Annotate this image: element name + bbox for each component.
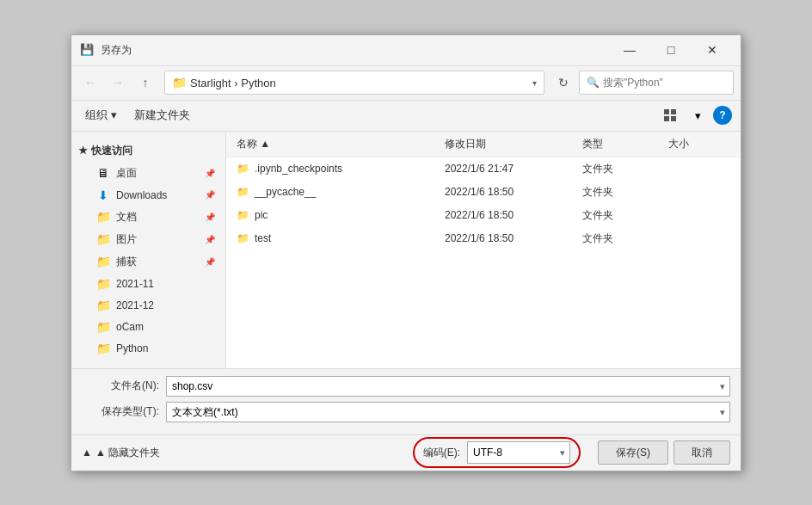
refresh-button[interactable]: ↻: [551, 71, 575, 95]
folder-icon: 📁: [237, 232, 249, 244]
file-type-cell: 文件夹: [579, 160, 665, 178]
nav-bar: ← → ↑ 📁 Starlight › Python ▾ ↻ 🔍: [71, 66, 741, 101]
quick-access-header: ★ 快速访问: [71, 140, 225, 162]
encoding-label: 编码(E):: [423, 446, 460, 460]
file-size-cell: [665, 190, 734, 194]
folder-icon: 📁: [95, 255, 111, 268]
sidebar-item-label: oCam: [116, 321, 215, 333]
sidebar-item-python[interactable]: 📁 Python: [75, 338, 222, 359]
hide-folders-button[interactable]: ▲ ▲ 隐藏文件夹: [82, 446, 160, 460]
sidebar-item-label: 2021-11: [116, 278, 215, 290]
action-bar: ▲ ▲ 隐藏文件夹 编码(E): UTF-8 ANSI UTF-16 LE UT…: [71, 434, 741, 471]
table-row[interactable]: 📁 test 2022/1/6 18:50 文件夹: [226, 227, 741, 250]
quick-access-section: ★ 快速访问 🖥 桌面 📌 ⬇ Downloads 📌 📁 文档 📌: [71, 137, 225, 363]
help-button[interactable]: ?: [713, 106, 732, 125]
filename-row: 文件名(N): shop.csv: [82, 376, 730, 397]
maximize-button[interactable]: □: [651, 37, 691, 63]
quick-access-label: 快速访问: [91, 144, 132, 158]
col-size[interactable]: 大小: [665, 135, 734, 153]
search-input[interactable]: [603, 77, 732, 89]
sidebar-item-documents[interactable]: 📁 文档 📌: [75, 206, 222, 228]
organize-button[interactable]: 组织 ▾: [80, 104, 122, 126]
sidebar-item-2021-12[interactable]: 📁 2021-12: [75, 295, 222, 316]
up-button[interactable]: ↑: [133, 71, 157, 95]
cancel-button[interactable]: 取消: [674, 440, 730, 465]
svg-rect-2: [664, 116, 669, 121]
filetype-wrapper: 文本文档(*.txt): [166, 402, 730, 422]
file-size-cell: [665, 237, 734, 240]
encoding-select[interactable]: UTF-8 ANSI UTF-16 LE UTF-16 BE UTF-8 BOM: [467, 441, 570, 464]
save-dialog: 💾 另存为 — □ ✕ ← → ↑ 📁 Starlight › Python ▾…: [71, 34, 741, 471]
sidebar-item-label: 2021-12: [116, 299, 215, 311]
sidebar-item-label: Python: [116, 342, 215, 354]
col-type[interactable]: 类型: [579, 135, 665, 153]
dialog-title: 另存为: [101, 43, 610, 58]
pin-icon: 📌: [205, 212, 215, 222]
forward-button[interactable]: →: [106, 71, 130, 95]
sidebar-item-label: 桌面: [116, 166, 200, 181]
new-folder-button[interactable]: 新建文件夹: [129, 104, 195, 126]
sidebar-item-label: 图片: [116, 232, 200, 247]
sidebar: ★ 快速访问 🖥 桌面 📌 ⬇ Downloads 📌 📁 文档 📌: [71, 132, 226, 368]
file-name: pic: [255, 209, 268, 221]
sidebar-item-downloads[interactable]: ⬇ Downloads 📌: [75, 185, 222, 206]
folder-icon: 📁: [95, 277, 111, 291]
form-section: 文件名(N): shop.csv 保存类型(T): 文本文档(*.txt): [71, 368, 741, 434]
view-toggle-button[interactable]: [658, 104, 682, 126]
main-content: ★ 快速访问 🖥 桌面 📌 ⬇ Downloads 📌 📁 文档 📌: [71, 132, 741, 368]
close-button[interactable]: ✕: [692, 37, 732, 63]
sidebar-item-pictures[interactable]: 📁 图片 📌: [75, 229, 222, 250]
pin-icon: 📌: [205, 169, 215, 178]
table-row[interactable]: 📁 __pycache__ 2022/1/6 18:50 文件夹: [226, 181, 741, 204]
filetype-select[interactable]: 文本文档(*.txt): [166, 402, 730, 422]
folder-icon: 📁: [95, 232, 111, 246]
folder-icon: 📁: [95, 342, 111, 355]
svg-rect-1: [671, 109, 676, 114]
save-button[interactable]: 保存(S): [598, 440, 668, 465]
table-row[interactable]: 📁 .ipynb_checkpoints 2022/1/6 21:47 文件夹: [226, 157, 741, 181]
minimize-button[interactable]: —: [610, 37, 649, 63]
encoding-select-wrapper: UTF-8 ANSI UTF-16 LE UTF-16 BE UTF-8 BOM: [467, 441, 570, 464]
filename-select[interactable]: shop.csv: [166, 376, 730, 397]
sidebar-item-2021-11[interactable]: 📁 2021-11: [75, 274, 222, 294]
toolbar-right: ▾ ?: [658, 104, 732, 126]
folder-icon: 📁: [95, 299, 111, 312]
sidebar-item-ocam[interactable]: 📁 oCam: [75, 317, 222, 337]
table-row[interactable]: 📁 pic 2022/1/6 18:50 文件夹: [226, 204, 741, 227]
file-name-cell: 📁 test: [233, 231, 441, 246]
address-text: Starlight › Python: [190, 77, 532, 89]
file-type-cell: 文件夹: [579, 206, 665, 225]
file-list: 名称 ▲ 修改日期 类型 大小 📁 .ipynb_checkpoints 202…: [226, 132, 741, 368]
address-bar[interactable]: 📁 Starlight › Python ▾: [164, 71, 544, 95]
col-name[interactable]: 名称 ▲: [233, 135, 441, 153]
folder-icon: 📁: [237, 209, 249, 221]
file-name: __pycache__: [255, 186, 316, 198]
file-name-cell: 📁 .ipynb_checkpoints: [233, 161, 441, 176]
filetype-row: 保存类型(T): 文本文档(*.txt): [82, 402, 730, 422]
sidebar-item-label: 捕获: [116, 255, 200, 269]
search-box: 🔍: [579, 71, 734, 95]
toolbar: 组织 ▾ 新建文件夹 ▾ ?: [71, 101, 741, 132]
address-chevron-icon: ▾: [532, 78, 537, 88]
filetype-label: 保存类型(T):: [82, 404, 159, 419]
download-icon: ⬇: [95, 188, 111, 202]
folder-icon: 📁: [95, 210, 111, 224]
file-name-cell: 📁 __pycache__: [233, 184, 441, 200]
filename-label: 文件名(N):: [82, 379, 159, 393]
sidebar-item-label: 文档: [116, 210, 200, 225]
pin-icon: 📌: [205, 257, 215, 267]
back-button[interactable]: ←: [78, 71, 102, 95]
view-chevron-button[interactable]: ▾: [686, 104, 710, 126]
sidebar-item-label: Downloads: [116, 189, 200, 201]
sidebar-item-capture[interactable]: 📁 捕获 📌: [75, 251, 222, 273]
search-icon: 🔍: [587, 77, 600, 89]
star-icon: ★: [78, 145, 88, 157]
hide-folders-label: ▲ 隐藏文件夹: [95, 446, 160, 460]
file-size-cell: [665, 167, 734, 170]
folder-icon: 📁: [237, 186, 249, 198]
pin-icon: 📌: [205, 235, 215, 244]
sidebar-item-desktop[interactable]: 🖥 桌面 📌: [75, 163, 222, 184]
file-size-cell: [665, 213, 734, 217]
file-name-cell: 📁 pic: [233, 207, 441, 223]
col-modified[interactable]: 修改日期: [441, 135, 579, 153]
